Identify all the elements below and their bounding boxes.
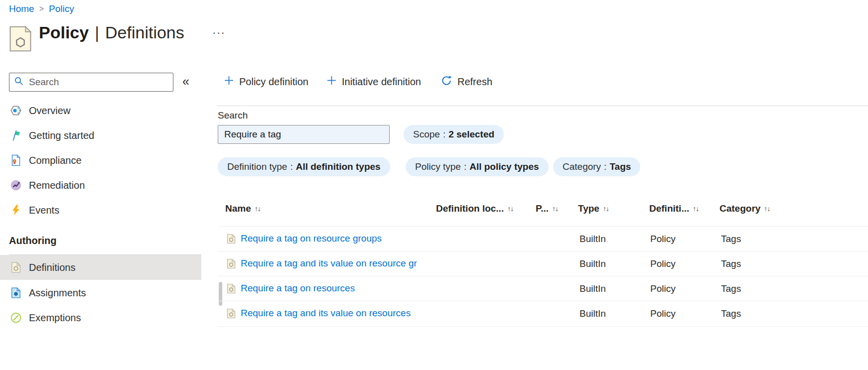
pill-name: Scope xyxy=(413,129,440,140)
page-title-secondary: Definitions xyxy=(105,23,184,42)
sidebar-item-label: Definitions xyxy=(29,262,75,273)
cell-category: Tags xyxy=(721,234,741,245)
refresh-icon xyxy=(441,75,452,89)
sidebar-item-exemptions[interactable]: Exemptions xyxy=(0,305,201,330)
cell-type: BuiltIn xyxy=(579,234,606,245)
cell-definition-type: Policy xyxy=(650,234,676,245)
pill-name: Policy type xyxy=(415,161,461,172)
page-title-primary: Policy xyxy=(39,23,89,42)
plus-icon xyxy=(224,76,234,88)
sidebar-item-label: Exemptions xyxy=(29,312,81,324)
pill-name: Category xyxy=(563,161,601,172)
sort-icon: ↑↓ xyxy=(552,205,558,213)
policy-name-link[interactable]: Require a tag on resources xyxy=(241,283,355,294)
exemptions-icon xyxy=(10,312,22,324)
pill-value: Tags xyxy=(609,161,631,172)
policy-type-filter-pill[interactable]: Policy type : All policy types xyxy=(406,157,549,176)
collapse-sidebar-icon[interactable]: « xyxy=(182,74,189,89)
getting-started-flag-icon xyxy=(10,129,22,141)
sort-icon: ↑↓ xyxy=(693,205,699,213)
column-header-p[interactable]: P... ↑↓ xyxy=(536,201,558,216)
page-title: Policy|Definitions xyxy=(39,23,184,42)
sidebar-item-events[interactable]: Events xyxy=(0,198,201,223)
column-header-type[interactable]: Type ↑↓ xyxy=(578,201,609,216)
policy-document-icon xyxy=(9,26,32,52)
cell-type: BuiltIn xyxy=(579,283,606,294)
cell-definition-type: Policy xyxy=(650,283,676,294)
sort-icon: ↑↓ xyxy=(255,205,261,213)
breadcrumb-policy-link[interactable]: Policy xyxy=(49,3,74,14)
pill-name: Definition type xyxy=(227,161,287,172)
breadcrumb: Home > Policy xyxy=(9,3,74,14)
column-label: Category xyxy=(720,203,760,214)
column-header-name[interactable]: Name ↑↓ xyxy=(225,201,261,216)
sidebar-item-compliance[interactable]: Compliance xyxy=(0,148,201,173)
sidebar-item-label: Remediation xyxy=(29,180,85,191)
toolbar-button-label: Initiative definition xyxy=(342,76,421,88)
policy-definition-button[interactable]: Policy definition xyxy=(224,73,308,91)
table-row: Require a tag on resources BuiltIn Polic… xyxy=(218,276,868,301)
remediation-icon xyxy=(10,179,22,191)
sidebar-item-getting-started[interactable]: Getting started xyxy=(0,123,201,148)
column-label: Type xyxy=(578,203,599,214)
breadcrumb-separator-icon: > xyxy=(39,4,44,13)
more-icon[interactable]: ··· xyxy=(212,26,225,39)
cell-category: Tags xyxy=(721,258,741,269)
pill-separator: : xyxy=(290,161,292,172)
cell-type: BuiltIn xyxy=(579,308,606,319)
policy-definition-icon xyxy=(227,258,236,269)
sidebar-search-input[interactable] xyxy=(28,76,168,88)
plus-icon xyxy=(327,76,336,88)
table-row: Require a tag and its value on resource … xyxy=(218,251,868,276)
sidebar-item-label: Assignments xyxy=(29,287,86,299)
pill-value: 2 selected xyxy=(448,129,494,140)
definitions-search-input[interactable] xyxy=(218,125,390,144)
sidebar-item-label: Overview xyxy=(29,105,70,117)
policy-name-link[interactable]: Require a tag on resource groups xyxy=(241,233,382,244)
search-icon xyxy=(14,76,24,88)
cell-definition-type: Policy xyxy=(650,308,676,319)
column-label: Definition loc... xyxy=(436,203,504,214)
events-lightning-icon xyxy=(10,204,22,216)
sidebar-item-assignments[interactable]: Assignments xyxy=(0,280,201,305)
sidebar-item-overview[interactable]: Overview xyxy=(0,98,201,123)
page-title-divider: | xyxy=(95,23,99,42)
sidebar-item-label: Compliance xyxy=(29,155,82,166)
sort-icon: ↑↓ xyxy=(603,205,609,213)
sidebar-search-box xyxy=(9,73,173,92)
sort-icon: ↑↓ xyxy=(507,205,513,213)
category-filter-pill[interactable]: Category : Tags xyxy=(553,157,640,176)
breadcrumb-home-link[interactable]: Home xyxy=(9,3,34,14)
initiative-definition-button[interactable]: Initiative definition xyxy=(327,73,421,91)
cell-category: Tags xyxy=(721,308,741,319)
column-label: Name xyxy=(225,203,251,214)
sidebar-item-label: Events xyxy=(29,205,59,216)
pill-separator: : xyxy=(604,161,606,172)
refresh-button[interactable]: Refresh xyxy=(441,73,492,91)
column-header-definition-type[interactable]: Definiti... ↑↓ xyxy=(649,201,699,216)
cell-type: BuiltIn xyxy=(579,258,606,269)
policy-name-link[interactable]: Require a tag and its value on resources xyxy=(241,308,411,319)
pill-value: All policy types xyxy=(469,161,539,172)
pill-value: All definition types xyxy=(296,161,381,172)
scope-filter-pill[interactable]: Scope : 2 selected xyxy=(404,125,504,144)
search-field-label: Search xyxy=(218,110,248,121)
policy-definition-icon xyxy=(227,283,236,294)
sidebar-item-label: Getting started xyxy=(29,130,94,141)
sort-icon: ↑↓ xyxy=(764,205,770,213)
pill-separator: : xyxy=(464,161,466,172)
toolbar-button-label: Refresh xyxy=(457,76,492,88)
table-row: Require a tag on resource groups BuiltIn… xyxy=(218,226,868,251)
compliance-icon xyxy=(10,154,22,166)
sidebar-item-remediation[interactable]: Remediation xyxy=(0,173,201,198)
column-label: Definiti... xyxy=(649,203,689,214)
definition-type-filter-pill[interactable]: Definition type : All definition types xyxy=(218,157,390,176)
toolbar-divider xyxy=(217,106,868,106)
sidebar-item-definitions[interactable]: Definitions xyxy=(0,255,201,280)
policy-name-link[interactable]: Require a tag and its value on resource … xyxy=(241,258,417,269)
column-header-definition-location[interactable]: Definition loc... ↑↓ xyxy=(436,201,513,216)
azure-policy-definitions-page: Home > Policy Policy|Definitions ··· « xyxy=(0,0,868,370)
column-label: P... xyxy=(536,203,549,214)
column-header-category[interactable]: Category ↑↓ xyxy=(720,201,770,216)
sidebar-section-authoring: Authoring xyxy=(9,235,57,247)
